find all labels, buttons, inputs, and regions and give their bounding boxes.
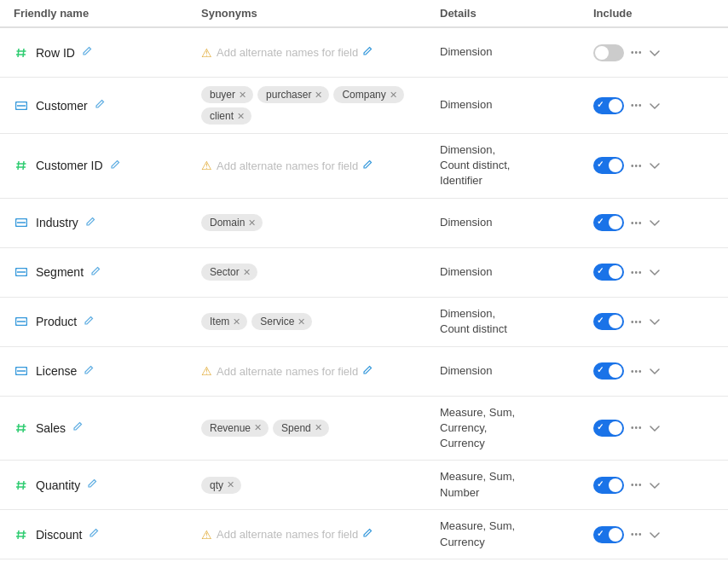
- expand-button-quantity[interactable]: [650, 478, 660, 492]
- expand-button-license[interactable]: [650, 364, 660, 378]
- synonyms-cell-customer: buyer✕purchaser✕Company✕client✕: [201, 86, 440, 125]
- edit-name-icon-license[interactable]: [84, 365, 94, 378]
- edit-name-icon-customer[interactable]: [95, 99, 105, 112]
- remove-synonym-button[interactable]: ✕: [227, 480, 234, 490]
- more-options-button-product[interactable]: •••: [631, 317, 643, 327]
- more-options-button-row-id[interactable]: •••: [631, 48, 643, 57]
- toggle-sales[interactable]: ✓: [593, 420, 624, 437]
- remove-synonym-button[interactable]: ✕: [248, 218, 256, 228]
- expand-button-row-id[interactable]: [650, 46, 660, 60]
- add-synonym-area-license[interactable]: ⚠Add alternate names for field: [201, 364, 373, 378]
- more-options-button-segment[interactable]: •••: [631, 268, 643, 277]
- expand-button-sales[interactable]: [650, 421, 660, 435]
- add-synonym-area-row-id[interactable]: ⚠Add alternate names for field: [201, 46, 373, 60]
- add-synonym-area-discount[interactable]: ⚠Add alternate names for field: [201, 528, 373, 542]
- expand-button-industry[interactable]: [650, 216, 660, 229]
- more-options-button-quantity[interactable]: •••: [631, 480, 643, 490]
- more-options-button-customer[interactable]: •••: [631, 101, 643, 110]
- synonym-tag-label: qty: [210, 479, 223, 491]
- more-options-button-discount[interactable]: •••: [631, 530, 643, 539]
- remove-synonym-button[interactable]: ✕: [298, 317, 305, 327]
- edit-name-icon-product[interactable]: [84, 316, 94, 328]
- synonym-tag-label: Item: [210, 316, 229, 327]
- synonyms-cell-sales: Revenue✕Spend✕: [201, 420, 440, 437]
- more-options-button-sales[interactable]: •••: [631, 423, 643, 432]
- synonym-tag-label: Domain: [210, 217, 245, 229]
- edit-name-icon-quantity[interactable]: [87, 478, 97, 491]
- svg-line-23: [23, 481, 24, 490]
- toggle-customer-id[interactable]: ✓: [593, 157, 624, 174]
- table-row: Row ID⚠Add alternate names for fieldDime…: [0, 28, 728, 78]
- add-synonym-placeholder: Add alternate names for field: [217, 365, 358, 378]
- remove-synonym-button[interactable]: ✕: [390, 90, 397, 100]
- details-cell-license: Dimension: [440, 363, 593, 379]
- toggle-product[interactable]: ✓: [593, 313, 624, 330]
- details-cell-product: Dimension, Count distinct: [440, 306, 593, 337]
- svg-line-19: [23, 424, 24, 432]
- synonyms-cell-row-id: ⚠Add alternate names for field: [201, 46, 440, 60]
- remove-synonym-button[interactable]: ✕: [315, 423, 322, 432]
- synonym-tag-label: client: [210, 110, 234, 122]
- field-name-license: License: [36, 364, 77, 378]
- synonym-tag: qty✕: [201, 477, 241, 494]
- remove-synonym-button[interactable]: ✕: [239, 90, 246, 100]
- toggle-license[interactable]: ✓: [593, 362, 624, 380]
- expand-button-segment[interactable]: [650, 265, 660, 279]
- add-synonym-edit-icon[interactable]: [362, 46, 373, 59]
- add-synonym-edit-icon[interactable]: [362, 365, 373, 378]
- edit-name-icon-discount[interactable]: [89, 528, 99, 541]
- edit-name-icon-customer-id[interactable]: [110, 159, 120, 172]
- more-options-button-industry[interactable]: •••: [631, 218, 643, 228]
- remove-synonym-button[interactable]: ✕: [315, 90, 322, 100]
- string-icon: [14, 215, 29, 230]
- add-synonym-edit-icon[interactable]: [362, 159, 373, 172]
- edit-name-icon-segment[interactable]: [90, 266, 101, 279]
- more-options-button-customer-id[interactable]: •••: [631, 161, 643, 171]
- edit-name-icon-industry[interactable]: [85, 217, 95, 229]
- field-name-cell-industry: Industry: [14, 215, 201, 230]
- expand-button-customer-id[interactable]: [650, 159, 660, 172]
- remove-synonym-button[interactable]: ✕: [233, 317, 240, 327]
- synonym-tag: Item✕: [201, 313, 247, 330]
- field-name-customer-id: Customer ID: [36, 159, 103, 172]
- remove-synonym-button[interactable]: ✕: [254, 423, 262, 432]
- include-cell-row-id: •••: [593, 44, 679, 61]
- svg-line-22: [18, 481, 19, 490]
- svg-line-1: [23, 49, 24, 57]
- synonym-tag-label: Sector: [210, 266, 240, 278]
- svg-line-0: [18, 49, 19, 57]
- warning-icon: ⚠: [201, 364, 212, 378]
- include-cell-discount: ✓•••: [593, 526, 679, 543]
- synonyms-cell-segment: Sector✕: [201, 264, 440, 281]
- toggle-customer[interactable]: ✓: [593, 97, 624, 114]
- hash-icon: [14, 478, 29, 493]
- add-synonym-placeholder: Add alternate names for field: [217, 528, 358, 541]
- synonym-tag-label: Spend: [281, 422, 311, 434]
- add-synonym-edit-icon[interactable]: [362, 528, 373, 541]
- details-cell-row-id: Dimension: [440, 44, 593, 60]
- add-synonym-area-customer-id[interactable]: ⚠Add alternate names for field: [201, 159, 373, 172]
- add-synonym-placeholder: Add alternate names for field: [217, 159, 358, 172]
- toggle-discount[interactable]: ✓: [593, 526, 624, 543]
- synonym-tag: Domain✕: [201, 214, 263, 231]
- edit-name-icon-row-id[interactable]: [82, 46, 92, 59]
- toggle-segment[interactable]: ✓: [593, 264, 624, 281]
- field-name-cell-segment: Segment: [14, 264, 201, 280]
- field-name-cell-discount: Discount: [14, 527, 201, 542]
- expand-button-product[interactable]: [650, 315, 660, 328]
- remove-synonym-button[interactable]: ✕: [237, 112, 245, 121]
- header-include: Include: [593, 7, 679, 20]
- more-options-button-license[interactable]: •••: [631, 367, 643, 376]
- toggle-quantity[interactable]: ✓: [593, 477, 624, 494]
- field-name-quantity: Quantity: [36, 478, 80, 492]
- expand-button-customer[interactable]: [650, 99, 660, 113]
- expand-button-discount[interactable]: [650, 528, 660, 542]
- synonym-tag-label: buyer: [210, 89, 235, 101]
- field-name-cell-license: License: [14, 363, 201, 379]
- synonym-tag-label: Company: [342, 89, 385, 101]
- edit-name-icon-sales[interactable]: [72, 421, 83, 434]
- toggle-industry[interactable]: ✓: [593, 214, 624, 231]
- remove-synonym-button[interactable]: ✕: [243, 268, 251, 277]
- toggle-row-id[interactable]: [593, 44, 624, 61]
- warning-icon: ⚠: [201, 46, 212, 60]
